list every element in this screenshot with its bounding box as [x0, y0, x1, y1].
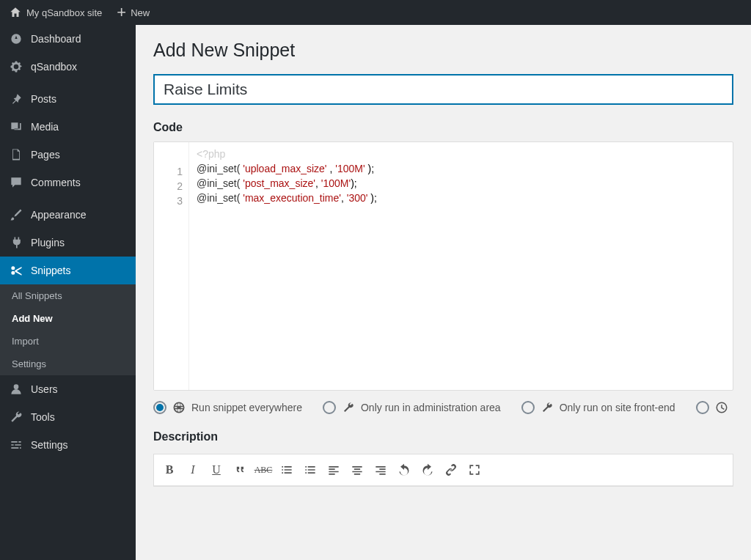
code-line: @ini_set( 'upload_max_size' , '100M' );	[197, 161, 725, 176]
sidebar-item-appearance[interactable]: Appearance	[0, 201, 136, 229]
bullet-list-button[interactable]	[276, 459, 298, 481]
submenu-all-snippets[interactable]: All Snippets	[0, 284, 136, 307]
line-number: 3	[154, 194, 183, 208]
sidebar-item-label: Pages	[31, 149, 60, 161]
radio-icon[interactable]	[521, 401, 535, 414]
sidebar-item-label: Snippets	[31, 265, 70, 276]
code-line: @ini_set( 'post_max_size', '100M');	[197, 176, 725, 191]
option-admin-only[interactable]: Only run in administration area	[323, 401, 501, 414]
sidebar-item-label: Plugins	[31, 237, 65, 248]
sidebar-item-tools[interactable]: Tools	[0, 403, 136, 431]
user-icon	[9, 382, 23, 397]
bold-button[interactable]: B	[158, 459, 180, 481]
code-section-label: Code	[153, 121, 733, 134]
sidebar-item-pages[interactable]: Pages	[0, 141, 136, 169]
sidebar-item-users[interactable]: Users	[0, 375, 136, 403]
sidebar-item-media[interactable]: Media	[0, 113, 136, 141]
submenu-import[interactable]: Import	[0, 330, 136, 353]
sidebar-item-label: Users	[31, 383, 58, 395]
radio-icon[interactable]	[696, 401, 709, 414]
comment-icon	[9, 175, 23, 190]
sidebar-item-label: Tools	[31, 411, 55, 423]
page-title: Add New Snippet	[153, 40, 733, 61]
redo-button[interactable]	[417, 459, 439, 481]
globe-icon	[172, 401, 186, 414]
align-right-button[interactable]	[370, 459, 392, 481]
sidebar-item-comments[interactable]: Comments	[0, 169, 136, 196]
option-frontend-only[interactable]: Only run on site front-end	[521, 401, 675, 414]
plug-icon	[9, 235, 23, 250]
submenu-add-new[interactable]: Add New	[0, 307, 136, 330]
pin-icon	[9, 92, 23, 106]
editor-toolbar: B I U ABC	[154, 454, 733, 486]
radio-icon[interactable]	[323, 401, 336, 414]
description-editor: B I U ABC	[153, 454, 733, 487]
admin-bar: My qSandbox site + New	[0, 0, 751, 25]
sidebar-item-label: qSandbox	[31, 61, 77, 73]
snippets-submenu: All Snippets Add New Import Settings	[0, 284, 136, 375]
new-content-link[interactable]: + New	[117, 6, 150, 19]
numbered-list-button[interactable]	[299, 459, 321, 481]
snippet-title-input[interactable]	[153, 74, 733, 105]
option-label: Only run in administration area	[361, 402, 501, 413]
sidebar-item-qsandbox[interactable]: qSandbox	[0, 53, 136, 81]
scissors-icon	[9, 263, 23, 278]
line-number: 2	[154, 179, 183, 194]
sidebar-item-dashboard[interactable]: Dashboard	[0, 25, 136, 53]
sidebar-item-posts[interactable]: Posts	[0, 85, 136, 113]
strikethrough-button[interactable]: ABC	[252, 459, 274, 481]
align-center-button[interactable]	[346, 459, 368, 481]
sidebar-item-label: Dashboard	[31, 33, 81, 45]
sliders-icon	[9, 438, 23, 452]
sidebar-item-label: Media	[31, 121, 59, 133]
new-label: New	[131, 7, 150, 18]
undo-button[interactable]	[393, 459, 415, 481]
description-section-label: Description	[153, 430, 733, 443]
sidebar-item-label: Posts	[31, 93, 56, 105]
fullscreen-button[interactable]	[464, 459, 486, 481]
option-everywhere[interactable]: Run snippet everywhere	[153, 401, 302, 414]
sidebar-item-snippets[interactable]: Snippets	[0, 257, 136, 284]
sidebar-item-plugins[interactable]: Plugins	[0, 229, 136, 257]
house-icon	[9, 6, 22, 19]
sidebar-item-settings[interactable]: Settings	[0, 431, 136, 459]
site-home-link[interactable]: My qSandbox site	[9, 6, 102, 19]
italic-button[interactable]: I	[182, 459, 204, 481]
clock-icon	[715, 401, 728, 414]
align-left-button[interactable]	[323, 459, 345, 481]
main-content: Add New Snippet Code 1 2 3 <?php @ini_se…	[136, 25, 751, 560]
plus-icon: +	[117, 6, 126, 19]
wrench-icon	[541, 401, 554, 414]
blockquote-button[interactable]	[229, 459, 251, 481]
sidebar-item-label: Comments	[31, 177, 81, 188]
option-once[interactable]	[696, 401, 728, 414]
php-open-tag: <?php	[197, 147, 725, 161]
gauge-icon	[9, 32, 23, 46]
admin-sidebar: Dashboard qSandbox Posts Media Pages Com…	[0, 25, 136, 560]
run-scope-options: Run snippet everywhere Only run in admin…	[153, 401, 733, 414]
line-number: 1	[154, 164, 183, 179]
radio-icon[interactable]	[153, 401, 166, 414]
sidebar-item-label: Appearance	[31, 209, 87, 221]
page-icon	[9, 147, 23, 162]
brush-icon	[9, 207, 23, 222]
link-button[interactable]	[440, 459, 462, 481]
code-line: @ini_set( 'max_execution_time', '300' );	[197, 191, 725, 205]
option-label: Run snippet everywhere	[191, 402, 302, 413]
code-editor[interactable]: 1 2 3 <?php @ini_set( 'upload_max_size' …	[153, 141, 733, 391]
wrench-icon	[342, 401, 355, 414]
media-icon	[9, 119, 23, 134]
site-name: My qSandbox site	[26, 7, 102, 18]
submenu-settings[interactable]: Settings	[0, 353, 136, 375]
underline-button[interactable]: U	[205, 459, 227, 481]
option-label: Only run on site front-end	[560, 402, 675, 413]
code-gutter: 1 2 3	[154, 142, 189, 390]
sidebar-item-label: Settings	[31, 439, 68, 451]
code-body[interactable]: <?php @ini_set( 'upload_max_size' , '100…	[189, 142, 733, 213]
wrench-icon	[9, 410, 23, 424]
gear-icon	[9, 59, 23, 74]
